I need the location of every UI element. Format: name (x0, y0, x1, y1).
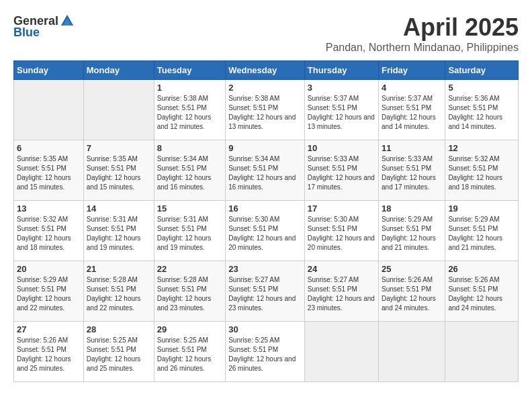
day-info: Sunrise: 5:33 AMSunset: 5:51 PMDaylight:… (308, 154, 375, 192)
day-info: Sunrise: 5:25 AMSunset: 5:51 PMDaylight:… (87, 336, 151, 373)
day-info: Sunrise: 5:30 AMSunset: 5:51 PMDaylight:… (308, 215, 375, 253)
day-number: 29 (157, 324, 222, 334)
calendar-cell: 7Sunrise: 5:35 AMSunset: 5:51 PMDaylight… (83, 140, 154, 201)
calendar-cell: 30Sunrise: 5:25 AMSunset: 5:51 PMDayligh… (226, 322, 305, 382)
day-info: Sunrise: 5:31 AMSunset: 5:51 PMDaylight:… (157, 215, 222, 253)
day-number: 27 (17, 324, 81, 334)
calendar-cell: 11Sunrise: 5:33 AMSunset: 5:51 PMDayligh… (379, 140, 445, 201)
day-info: Sunrise: 5:36 AMSunset: 5:51 PMDaylight:… (448, 94, 515, 132)
calendar-cell: 12Sunrise: 5:32 AMSunset: 5:51 PMDayligh… (445, 140, 519, 201)
month-year: April 2025 (326, 13, 519, 42)
calendar-header: SundayMondayTuesdayWednesdayThursdayFrid… (14, 61, 519, 80)
day-number: 12 (448, 143, 515, 153)
day-info: Sunrise: 5:28 AMSunset: 5:51 PMDaylight:… (157, 275, 222, 313)
calendar-week-2: 6Sunrise: 5:35 AMSunset: 5:51 PMDaylight… (14, 140, 519, 201)
day-number: 5 (448, 83, 515, 93)
day-info: Sunrise: 5:30 AMSunset: 5:51 PMDaylight:… (228, 215, 302, 253)
calendar-cell: 24Sunrise: 5:27 AMSunset: 5:51 PMDayligh… (304, 261, 378, 322)
col-header-thursday: Thursday (304, 61, 378, 80)
day-info: Sunrise: 5:29 AMSunset: 5:51 PMDaylight:… (448, 215, 515, 253)
calendar-cell: 3Sunrise: 5:37 AMSunset: 5:51 PMDaylight… (304, 80, 378, 140)
calendar-cell: 23Sunrise: 5:27 AMSunset: 5:51 PMDayligh… (226, 261, 305, 322)
header: General Blue April 2025 Pandan, Northern… (13, 13, 519, 54)
day-info: Sunrise: 5:37 AMSunset: 5:51 PMDaylight:… (308, 94, 375, 132)
calendar-week-3: 13Sunrise: 5:32 AMSunset: 5:51 PMDayligh… (14, 201, 519, 261)
calendar-cell: 16Sunrise: 5:30 AMSunset: 5:51 PMDayligh… (226, 201, 305, 261)
col-header-wednesday: Wednesday (226, 61, 305, 80)
logo: General Blue (13, 13, 75, 40)
calendar-cell (445, 322, 519, 382)
day-number: 8 (157, 143, 222, 153)
calendar-cell: 4Sunrise: 5:37 AMSunset: 5:51 PMDaylight… (379, 80, 445, 140)
day-number: 15 (157, 203, 222, 214)
day-number: 17 (308, 203, 375, 214)
day-number: 4 (382, 83, 442, 93)
day-info: Sunrise: 5:26 AMSunset: 5:51 PMDaylight:… (382, 275, 442, 313)
calendar-cell: 1Sunrise: 5:38 AMSunset: 5:51 PMDaylight… (154, 80, 225, 140)
day-number: 13 (17, 203, 81, 214)
calendar-cell: 26Sunrise: 5:26 AMSunset: 5:51 PMDayligh… (445, 261, 519, 322)
day-number: 19 (448, 203, 515, 214)
day-number: 1 (157, 83, 222, 93)
day-number: 20 (17, 264, 81, 274)
day-number: 3 (308, 83, 375, 93)
day-number: 6 (17, 143, 81, 153)
calendar-cell: 19Sunrise: 5:29 AMSunset: 5:51 PMDayligh… (445, 201, 519, 261)
calendar-cell: 29Sunrise: 5:25 AMSunset: 5:51 PMDayligh… (154, 322, 225, 382)
day-number: 7 (87, 143, 151, 153)
calendar-week-5: 27Sunrise: 5:26 AMSunset: 5:51 PMDayligh… (14, 322, 519, 382)
col-header-sunday: Sunday (14, 61, 84, 80)
calendar-cell: 17Sunrise: 5:30 AMSunset: 5:51 PMDayligh… (304, 201, 378, 261)
title-area: April 2025 Pandan, Northern Mindanao, Ph… (326, 13, 519, 54)
day-info: Sunrise: 5:29 AMSunset: 5:51 PMDaylight:… (382, 215, 442, 253)
day-info: Sunrise: 5:32 AMSunset: 5:51 PMDaylight:… (448, 154, 515, 192)
day-number: 23 (228, 264, 302, 274)
day-info: Sunrise: 5:35 AMSunset: 5:51 PMDaylight:… (17, 154, 81, 192)
day-info: Sunrise: 5:27 AMSunset: 5:51 PMDaylight:… (228, 275, 302, 313)
calendar-cell: 8Sunrise: 5:34 AMSunset: 5:51 PMDaylight… (154, 140, 225, 201)
calendar-cell: 15Sunrise: 5:31 AMSunset: 5:51 PMDayligh… (154, 201, 225, 261)
calendar-cell (14, 80, 84, 140)
day-info: Sunrise: 5:33 AMSunset: 5:51 PMDaylight:… (382, 154, 442, 192)
calendar-cell: 28Sunrise: 5:25 AMSunset: 5:51 PMDayligh… (83, 322, 154, 382)
calendar-cell: 18Sunrise: 5:29 AMSunset: 5:51 PMDayligh… (379, 201, 445, 261)
day-number: 9 (228, 143, 302, 153)
calendar-cell: 22Sunrise: 5:28 AMSunset: 5:51 PMDayligh… (154, 261, 225, 322)
day-info: Sunrise: 5:37 AMSunset: 5:51 PMDaylight:… (382, 94, 442, 132)
day-number: 22 (157, 264, 222, 274)
day-info: Sunrise: 5:34 AMSunset: 5:51 PMDaylight:… (228, 154, 302, 192)
col-header-friday: Friday (379, 61, 445, 80)
calendar-cell (83, 80, 154, 140)
calendar-cell: 25Sunrise: 5:26 AMSunset: 5:51 PMDayligh… (379, 261, 445, 322)
calendar-cell: 6Sunrise: 5:35 AMSunset: 5:51 PMDaylight… (14, 140, 84, 201)
day-info: Sunrise: 5:27 AMSunset: 5:51 PMDaylight:… (308, 275, 375, 313)
calendar-week-4: 20Sunrise: 5:29 AMSunset: 5:51 PMDayligh… (14, 261, 519, 322)
day-number: 18 (382, 203, 442, 214)
day-number: 21 (87, 264, 151, 274)
day-info: Sunrise: 5:28 AMSunset: 5:51 PMDaylight:… (87, 275, 151, 313)
day-info: Sunrise: 5:34 AMSunset: 5:51 PMDaylight:… (157, 154, 222, 192)
day-info: Sunrise: 5:38 AMSunset: 5:51 PMDaylight:… (228, 94, 302, 132)
day-number: 24 (308, 264, 375, 274)
day-number: 10 (308, 143, 375, 153)
day-number: 2 (228, 83, 302, 93)
day-number: 16 (228, 203, 302, 214)
location: Pandan, Northern Mindanao, Philippines (326, 42, 519, 54)
calendar-cell (304, 322, 378, 382)
logo-icon (60, 13, 75, 28)
day-number: 11 (382, 143, 442, 153)
calendar-cell: 21Sunrise: 5:28 AMSunset: 5:51 PMDayligh… (83, 261, 154, 322)
day-info: Sunrise: 5:31 AMSunset: 5:51 PMDaylight:… (87, 215, 151, 253)
day-info: Sunrise: 5:26 AMSunset: 5:51 PMDaylight:… (448, 275, 515, 313)
calendar-cell: 2Sunrise: 5:38 AMSunset: 5:51 PMDaylight… (226, 80, 305, 140)
col-header-tuesday: Tuesday (154, 61, 225, 80)
day-info: Sunrise: 5:25 AMSunset: 5:51 PMDaylight:… (157, 336, 222, 373)
col-header-saturday: Saturday (445, 61, 519, 80)
calendar-cell: 9Sunrise: 5:34 AMSunset: 5:51 PMDaylight… (226, 140, 305, 201)
day-number: 25 (382, 264, 442, 274)
calendar-cell: 5Sunrise: 5:36 AMSunset: 5:51 PMDaylight… (445, 80, 519, 140)
calendar-cell: 13Sunrise: 5:32 AMSunset: 5:51 PMDayligh… (14, 201, 84, 261)
day-info: Sunrise: 5:38 AMSunset: 5:51 PMDaylight:… (157, 94, 222, 132)
logo-blue-text: Blue (13, 26, 40, 40)
calendar-cell: 10Sunrise: 5:33 AMSunset: 5:51 PMDayligh… (304, 140, 378, 201)
